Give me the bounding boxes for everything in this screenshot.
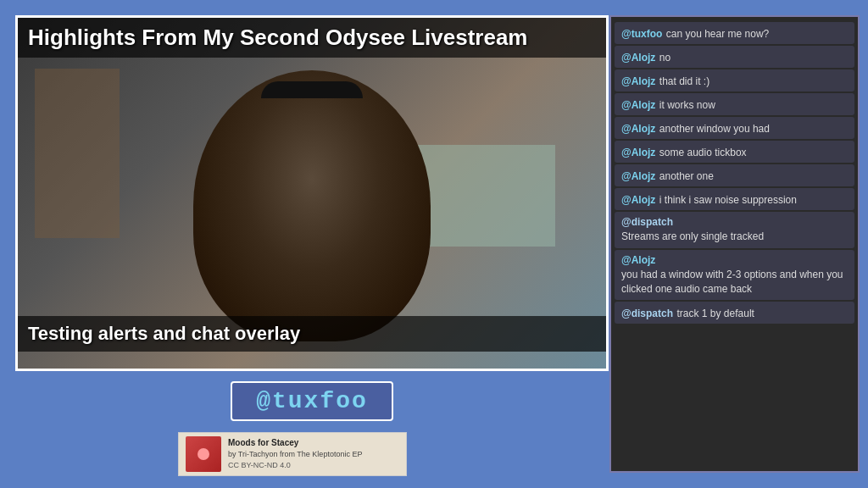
chat-username-7: @Alojz [621,170,655,182]
chat-username-4: @Alojz [621,99,655,111]
chat-text-11: track 1 by default [677,308,754,319]
chat-text-2: no [659,52,670,64]
music-info-box: Moods for Stacey by Tri-Tachyon from The… [178,432,407,476]
music-license: CC BY-NC-ND 4.0 [228,460,399,471]
chat-text-10: you had a window with 2-3 options and wh… [621,268,848,297]
video-title: Highlights From My Second Odysee Livestr… [28,25,596,51]
chat-panel: @tuxfoo can you hear me now? @Alojz no @… [609,15,860,473]
chat-message-10: @Alojz you had a window with 2-3 options… [615,250,854,301]
chat-message-4: @Alojz it works now [615,93,854,115]
room-shelf [35,69,120,238]
chat-username-1: @tuxfoo [621,28,662,40]
music-artist: by Tri-Tachyon from The Kleptotonic EP [228,449,399,460]
chat-text-1: can you hear me now? [666,28,769,40]
video-subtitle-overlay: Testing alerts and chat overlay [18,316,606,352]
video-subtitle: Testing alerts and chat overlay [28,323,596,345]
music-details: Moods for Stacey by Tri-Tachyon from The… [228,437,399,470]
chat-message-8: @Alojz i think i saw noise suppression [615,188,854,210]
music-title: Moods for Stacey [228,437,399,449]
username-box: @tuxfoo [231,381,393,421]
chat-username-11: @dispatch [621,308,673,319]
chat-message-1: @tuxfoo can you hear me now? [615,22,854,44]
chat-message-11: @dispatch track 1 by default [615,302,854,324]
chat-text-8: i think i saw noise suppression [659,194,797,206]
chat-message-6: @Alojz some audio tickbox [615,141,854,163]
chat-username-6: @Alojz [621,147,655,158]
chat-message-3: @Alojz that did it :) [615,69,854,92]
music-thumbnail [186,436,221,472]
person-silhouette [193,70,431,341]
chat-username-2: @Alojz [621,52,655,64]
chat-message-2: @Alojz no [615,46,854,68]
headphone-band [261,81,363,98]
chat-messages-container: @tuxfoo can you hear me now? @Alojz no @… [611,17,858,471]
chat-text-7: another one [659,170,714,182]
chat-text-3: that did it :) [659,75,709,87]
chat-text-6: some audio tickbox [659,147,747,158]
chat-text-9: Streams are only single tracked [621,230,848,244]
chat-username-8: @Alojz [621,194,655,206]
chat-message-7: @Alojz another one [615,164,854,186]
chat-text-5: another window you had [659,123,770,135]
username-display: @tuxfoo [256,388,368,414]
chat-text-4: it works now [659,99,715,111]
video-title-overlay: Highlights From My Second Odysee Livestr… [18,18,606,58]
chat-username-3: @Alojz [621,75,655,87]
chat-username-9: @dispatch [621,216,848,228]
username-tag-container: @tuxfoo [15,381,609,421]
chat-username-5: @Alojz [621,123,655,135]
video-container: Highlights From My Second Odysee Livestr… [15,15,609,371]
chat-username-10: @Alojz [621,254,848,266]
chat-message-9: @dispatch Streams are only single tracke… [615,212,854,248]
chat-message-5: @Alojz another window you had [615,117,854,139]
